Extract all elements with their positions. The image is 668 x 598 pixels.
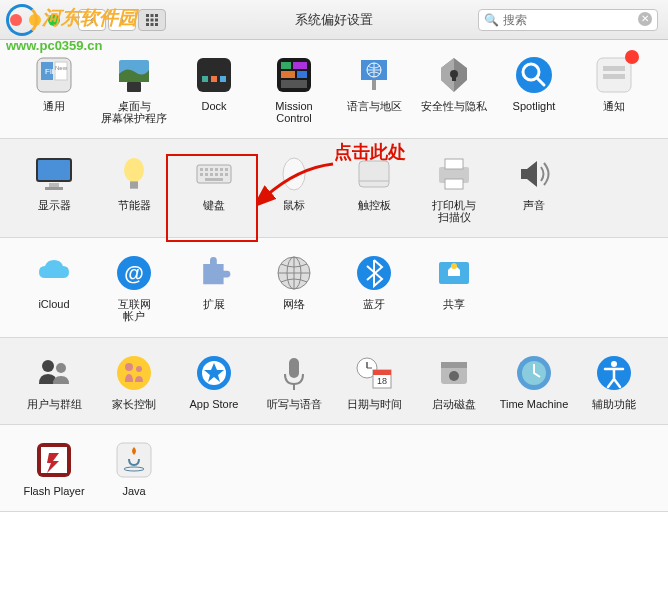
label: 显示器 [38, 199, 71, 211]
pref-keyboard[interactable]: 键盘 [174, 153, 254, 223]
mission-icon [273, 54, 315, 96]
label: 鼠标 [283, 199, 305, 211]
dictation-icon [273, 352, 315, 394]
pref-accessibility[interactable]: 辅助功能 [574, 352, 654, 410]
pref-dock[interactable]: Dock [174, 54, 254, 124]
svg-rect-54 [220, 173, 223, 176]
label: Flash Player [23, 485, 84, 497]
svg-point-72 [117, 356, 151, 390]
label: 听写与语音 [267, 398, 322, 410]
svg-rect-53 [215, 173, 218, 176]
label: Java [122, 485, 145, 497]
svg-point-69 [451, 263, 457, 269]
label: 通知 [603, 100, 625, 112]
svg-rect-28 [372, 80, 376, 90]
label: 日期与时间 [347, 398, 402, 410]
pref-flash[interactable]: Flash Player [14, 439, 94, 497]
svg-rect-36 [603, 74, 625, 79]
flash-icon [33, 439, 75, 481]
pref-appstore[interactable]: App Store [174, 352, 254, 410]
svg-rect-37 [37, 159, 71, 181]
svg-rect-18 [211, 76, 217, 82]
pref-mission-control[interactable]: Mission Control [254, 54, 334, 124]
extensions-icon [193, 252, 235, 294]
label: Dock [201, 100, 226, 112]
pref-bluetooth[interactable]: 蓝牙 [334, 252, 414, 322]
startup-icon [433, 352, 475, 394]
label: 共享 [443, 298, 465, 310]
svg-rect-16 [197, 58, 231, 92]
pref-trackpad[interactable]: 触控板 [334, 153, 414, 223]
svg-point-31 [516, 57, 552, 93]
pref-startup[interactable]: 启动磁盘 [414, 352, 494, 410]
energy-icon [113, 153, 155, 195]
svg-rect-45 [205, 168, 208, 171]
pref-general[interactable]: FileNew通用 [14, 54, 94, 124]
label: 扩展 [203, 298, 225, 310]
pref-language[interactable]: 语言与地区 [334, 54, 414, 124]
pref-extensions[interactable]: 扩展 [174, 252, 254, 322]
parental-icon [113, 352, 155, 394]
svg-point-57 [283, 158, 305, 190]
pref-icloud[interactable]: iCloud [14, 252, 94, 322]
svg-rect-47 [215, 168, 218, 171]
security-icon [433, 54, 475, 96]
language-icon [353, 54, 395, 96]
label: 安全性与隐私 [421, 100, 487, 112]
window-title: 系统偏好设置 [295, 11, 373, 29]
label: 声音 [523, 199, 545, 211]
pref-sound[interactable]: 声音 [494, 153, 574, 223]
search-input[interactable] [478, 9, 658, 31]
svg-rect-6 [146, 23, 149, 26]
svg-rect-93 [41, 447, 67, 473]
label: 家长控制 [112, 398, 156, 410]
pref-datetime[interactable]: 18日期与时间 [334, 352, 414, 410]
pref-dictation[interactable]: 听写与语音 [254, 352, 334, 410]
pref-desktop[interactable]: 桌面与 屏幕保护程序 [94, 54, 174, 124]
pref-sharing[interactable]: 共享 [414, 252, 494, 322]
label: 键盘 [203, 199, 225, 211]
trackpad-icon [353, 153, 395, 195]
pref-energy[interactable]: 节能器 [94, 153, 174, 223]
pref-java[interactable]: Java [94, 439, 174, 497]
label: 网络 [283, 298, 305, 310]
pref-network[interactable]: 网络 [254, 252, 334, 322]
zoom-button[interactable] [48, 14, 60, 26]
svg-rect-8 [155, 23, 158, 26]
svg-rect-7 [151, 23, 154, 26]
pref-internet-accounts[interactable]: @互联网 帐户 [94, 252, 174, 322]
minimize-button[interactable] [29, 14, 41, 26]
svg-rect-62 [445, 179, 463, 189]
show-all-button[interactable] [138, 9, 166, 31]
pref-parental[interactable]: 家长控制 [94, 352, 174, 410]
clear-search-icon[interactable]: ✕ [638, 12, 652, 26]
label: Mission Control [275, 100, 312, 124]
svg-rect-24 [297, 71, 307, 78]
grid-icon [145, 13, 159, 27]
pref-displays[interactable]: 显示器 [14, 153, 94, 223]
label: 通用 [43, 100, 65, 112]
forward-button[interactable]: › [108, 9, 136, 31]
svg-rect-1 [151, 14, 154, 17]
label: 语言与地区 [347, 100, 402, 112]
pref-users[interactable]: 用户与群组 [14, 352, 94, 410]
keyboard-icon [193, 153, 235, 195]
icloud-icon [33, 252, 75, 294]
back-button[interactable]: ‹ [78, 9, 106, 31]
pref-security[interactable]: 安全性与隐私 [414, 54, 494, 124]
label: 启动磁盘 [432, 398, 476, 410]
pref-spotlight[interactable]: Spotlight [494, 54, 574, 124]
svg-rect-46 [210, 168, 213, 171]
svg-point-91 [611, 361, 617, 367]
svg-rect-48 [220, 168, 223, 171]
printers-icon [433, 153, 475, 195]
close-button[interactable] [10, 14, 22, 26]
pref-notifications[interactable]: 通知 [574, 54, 654, 124]
window-controls [10, 14, 60, 26]
label: 用户与群组 [27, 398, 82, 410]
pref-timemachine[interactable]: Time Machine [494, 352, 574, 410]
pref-printers[interactable]: 打印机与 扫描仪 [414, 153, 494, 223]
label: Spotlight [513, 100, 556, 112]
pref-mouse[interactable]: 鼠标 [254, 153, 334, 223]
svg-rect-56 [205, 178, 223, 181]
